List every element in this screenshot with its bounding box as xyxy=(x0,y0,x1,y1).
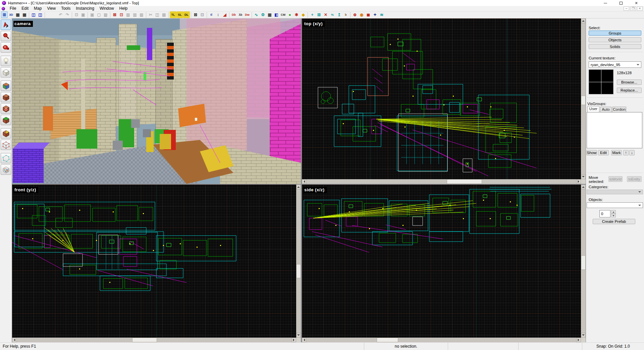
visgroups-list[interactable] xyxy=(587,112,642,148)
menu-instancing[interactable]: Instancing xyxy=(73,6,97,11)
select-groups-button[interactable]: Groups xyxy=(589,31,641,36)
spinner-up-button[interactable] xyxy=(611,210,616,214)
tab-auto[interactable]: Auto xyxy=(600,107,611,112)
menu-map[interactable]: Map xyxy=(31,6,44,11)
select-touching-icon[interactable]: ▧ xyxy=(125,11,131,18)
visgroups-edit-button[interactable]: Edit xyxy=(598,150,609,155)
select-box-icon[interactable]: ⊠ xyxy=(192,11,199,18)
scroll-left-arrow[interactable] xyxy=(302,179,307,184)
side-viewport-vscroll[interactable] xyxy=(581,185,586,338)
scroll-left-arrow[interactable] xyxy=(12,338,17,342)
mdi-minimize-button[interactable]: – xyxy=(624,6,629,11)
save-window-state-icon[interactable]: ◫ xyxy=(37,11,44,18)
to-entity-button[interactable]: toEntity xyxy=(627,176,642,182)
cordon-toggle-icon[interactable]: ⊡ xyxy=(118,11,125,18)
path-tool-icon[interactable]: ∿ xyxy=(253,11,260,18)
menu-window[interactable]: Window xyxy=(97,6,117,11)
scroll-thumb[interactable] xyxy=(132,338,157,342)
top-viewport-canvas[interactable] xyxy=(302,18,586,184)
scroll-thumb[interactable] xyxy=(296,264,301,279)
move-up-button[interactable]: ↑ xyxy=(623,150,629,155)
cut-icon[interactable]: ✂ xyxy=(147,11,154,18)
to-world-button[interactable]: toWorld xyxy=(608,176,623,182)
cordon-edit-icon[interactable]: ⊠ xyxy=(111,11,118,18)
objects-combo[interactable] xyxy=(587,202,643,208)
clip-tool[interactable] xyxy=(1,128,11,139)
minimize-button[interactable] xyxy=(598,0,613,6)
camera-viewport[interactable]: camera xyxy=(12,18,301,184)
texture-application-icon[interactable]: tl xyxy=(208,11,215,18)
front-viewport-hscroll[interactable] xyxy=(12,338,296,342)
lamp-options-icon[interactable]: ◉ xyxy=(358,11,365,18)
light-preview-icon[interactable]: ◆ xyxy=(300,11,307,18)
front-viewport-canvas[interactable] xyxy=(12,185,301,342)
top-viewport[interactable]: top (x/y) xyxy=(302,18,586,184)
select-inside-icon[interactable]: ▥ xyxy=(131,11,138,18)
scroll-thumb[interactable] xyxy=(447,179,482,184)
front-viewport-vscroll[interactable] xyxy=(296,185,301,338)
texture-combo[interactable]: ryan_dev/dev_95 xyxy=(589,61,641,68)
block-tool[interactable] xyxy=(1,67,11,78)
scroll-thumb[interactable] xyxy=(377,338,398,342)
move-to-entity-icon[interactable]: ▣ xyxy=(80,11,87,18)
instance-box-icon[interactable]: ⊞ xyxy=(316,11,322,18)
model-browser-icon[interactable]: ● xyxy=(286,11,293,18)
instance-add-icon[interactable]: + xyxy=(309,11,316,18)
mdi-close-button[interactable]: × xyxy=(637,6,643,11)
top-viewport-hscroll[interactable] xyxy=(302,179,581,184)
options-bars-icon[interactable]: ≋ xyxy=(378,11,385,18)
side-viewport-canvas[interactable] xyxy=(302,185,586,342)
apply-decal-tool[interactable] xyxy=(1,103,11,114)
object-count-input[interactable] xyxy=(599,210,610,217)
move-to-world-icon[interactable]: ⊡ xyxy=(73,11,80,18)
camera-viewport-canvas[interactable] xyxy=(12,18,301,184)
scroll-up-arrow[interactable] xyxy=(581,18,586,23)
run-map-icon[interactable]: Db xyxy=(230,11,237,18)
displacement-grid-icon[interactable]: ▦ xyxy=(266,11,273,18)
scroll-right-arrow[interactable] xyxy=(576,338,581,342)
select-invert-icon[interactable]: ▨ xyxy=(138,11,145,18)
replace-button[interactable]: Replace... xyxy=(617,88,642,93)
select-solids-button[interactable]: Solids xyxy=(589,44,641,49)
move-down-button[interactable]: ↓ xyxy=(629,150,635,155)
run-map-fast-icon[interactable]: λb xyxy=(237,11,244,18)
categories-combo[interactable] xyxy=(587,190,643,194)
magnify-box-icon[interactable]: ⊡ xyxy=(199,11,206,18)
camera-tool[interactable] xyxy=(1,42,11,53)
smaller-grid-icon[interactable]: ▦ xyxy=(14,11,21,18)
paste-icon[interactable]: ▤ xyxy=(161,11,167,18)
texture-lock-icon[interactable]: TL xyxy=(170,11,176,18)
apply-texture-tool[interactable] xyxy=(1,92,11,102)
ignore-groups-icon[interactable]: ▨ xyxy=(102,11,109,18)
displacement-lock-icon[interactable]: DL xyxy=(183,11,190,18)
menu-help[interactable]: Help xyxy=(117,6,130,11)
vertex-tool[interactable] xyxy=(1,140,11,150)
visgroups-show-button[interactable]: Show xyxy=(586,150,597,155)
copy-icon[interactable]: ◫ xyxy=(154,11,161,18)
close-button[interactable]: ✕ xyxy=(629,0,644,6)
toggle-texture-tool[interactable] xyxy=(1,81,11,91)
scroll-thumb[interactable] xyxy=(581,96,586,105)
instance-remove-icon[interactable]: ✕ xyxy=(322,11,329,18)
group-icon[interactable]: ▣ xyxy=(89,11,96,18)
overlay-tool[interactable] xyxy=(1,115,11,125)
undo-icon[interactable]: ↶ xyxy=(57,11,64,18)
visgroups-mark-button[interactable]: Mark xyxy=(611,150,622,155)
menu-edit[interactable]: Edit xyxy=(19,6,31,11)
displacement-edit-icon[interactable]: ◢ xyxy=(221,11,228,18)
ungroup-icon[interactable]: ▢ xyxy=(96,11,102,18)
grid-3d-icon[interactable]: 3D xyxy=(8,11,14,18)
scroll-up-arrow[interactable] xyxy=(581,185,586,189)
scroll-down-arrow[interactable] xyxy=(581,174,586,179)
run-map-full-icon[interactable]: Dw xyxy=(244,11,251,18)
displacement-tool[interactable] xyxy=(1,164,11,175)
document-icon[interactable] xyxy=(2,7,5,10)
overlay-half-icon[interactable]: ◧ xyxy=(273,11,280,18)
magnify-tool[interactable] xyxy=(1,31,11,41)
tab-user[interactable]: User xyxy=(587,106,599,112)
cm-toggle-icon[interactable]: CM xyxy=(280,11,286,18)
instance-show-icon[interactable]: % xyxy=(329,11,336,18)
spinner-down-button[interactable] xyxy=(611,214,616,217)
scroll-right-arrow[interactable] xyxy=(576,179,581,184)
menu-tools[interactable]: Tools xyxy=(58,6,73,11)
